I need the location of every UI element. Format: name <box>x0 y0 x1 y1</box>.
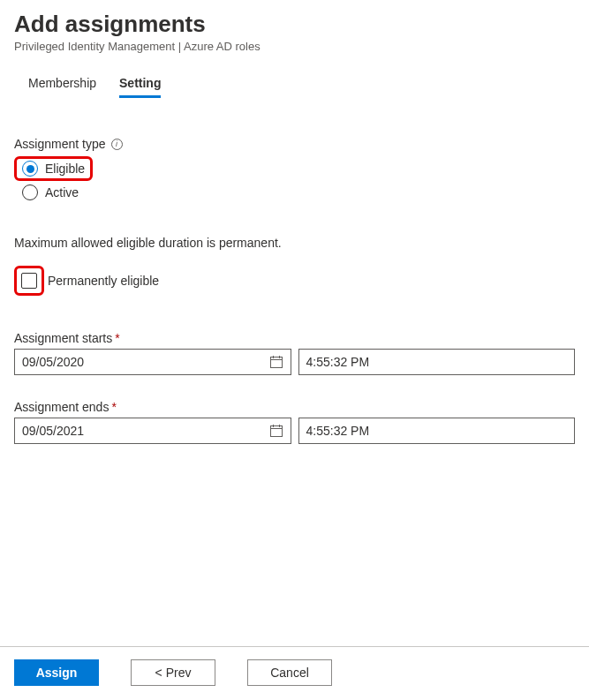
assignment-ends-date[interactable]: 09/05/2021 <box>14 418 291 444</box>
footer: Assign < Prev Cancel <box>0 646 589 700</box>
highlight-eligible: Eligible <box>14 156 93 181</box>
assignment-starts-time[interactable]: 4:55:32 PM <box>298 349 576 375</box>
tabs: Membership Setting <box>14 76 575 98</box>
checkbox-permanently-eligible[interactable] <box>21 273 37 289</box>
svg-rect-4 <box>270 426 282 437</box>
assignment-starts-date-value: 09/05/2020 <box>22 355 84 369</box>
radio-active[interactable] <box>22 184 38 200</box>
required-asterisk: * <box>111 400 116 414</box>
page-title: Add assignments <box>14 11 575 38</box>
prev-button[interactable]: < Prev <box>131 659 215 686</box>
checkbox-permanently-eligible-label: Permanently eligible <box>48 274 159 288</box>
assignment-ends-time[interactable]: 4:55:32 PM <box>298 418 576 444</box>
assignment-starts-label: Assignment starts* <box>14 331 575 345</box>
breadcrumb: Privileged Identity Management | Azure A… <box>14 40 575 53</box>
assignment-ends-label: Assignment ends* <box>14 400 575 414</box>
radio-active-label: Active <box>45 185 79 199</box>
tab-setting[interactable]: Setting <box>119 76 161 98</box>
assign-button[interactable]: Assign <box>14 659 99 686</box>
required-asterisk: * <box>115 331 119 345</box>
radio-eligible-label: Eligible <box>45 162 85 176</box>
info-icon[interactable]: i <box>111 139 123 150</box>
assignment-type-label: Assignment type i <box>14 137 575 151</box>
radio-eligible[interactable] <box>22 161 38 177</box>
assignment-starts-time-value: 4:55:32 PM <box>306 355 370 369</box>
duration-info-text: Maximum allowed eligible duration is per… <box>14 236 575 250</box>
assignment-type-text: Assignment type <box>14 137 106 151</box>
calendar-icon <box>269 355 283 369</box>
tab-membership[interactable]: Membership <box>28 76 96 98</box>
cancel-button[interactable]: Cancel <box>247 659 332 686</box>
highlight-checkbox <box>14 266 44 296</box>
svg-rect-0 <box>270 358 282 368</box>
assignment-starts-date[interactable]: 09/05/2020 <box>14 349 291 375</box>
assignment-ends-time-value: 4:55:32 PM <box>306 424 370 438</box>
calendar-icon <box>269 424 283 438</box>
assignment-ends-date-value: 09/05/2021 <box>22 424 84 438</box>
